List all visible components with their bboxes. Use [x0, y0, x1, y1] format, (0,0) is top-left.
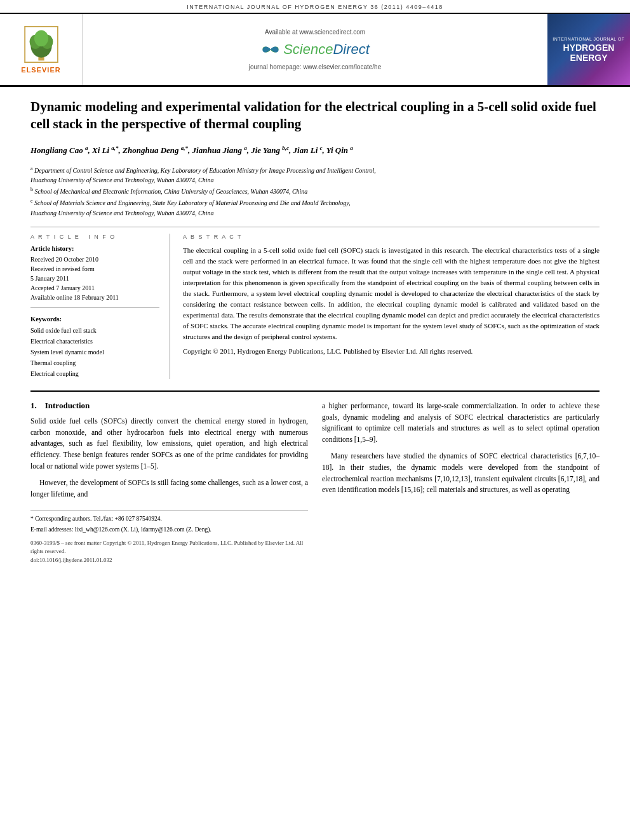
info-divider [30, 307, 159, 308]
footnote-issn: 0360-3199/$ – see front matter Copyright… [30, 539, 308, 556]
accepted-date: Accepted 7 January 2011 [30, 283, 159, 293]
intro-para-2: However, the development of SOFCs is sti… [30, 477, 308, 500]
article-history-label: Article history: [30, 245, 159, 252]
keywords-label: Keywords: [30, 316, 159, 323]
sciencedirect-icon [260, 39, 281, 60]
footnotes: * Corresponding authors. Tel./fax: +86 0… [30, 510, 308, 534]
keyword-2: Electrical characteristics [30, 336, 159, 347]
intro-title-text: Introduction [45, 401, 90, 410]
abstract-col: A B S T R A C T The electrical coupling … [183, 234, 600, 379]
abstract-header: A B S T R A C T [183, 234, 600, 240]
right-banner-logo: International Journal of HYDROGEN ENERGY [547, 14, 630, 85]
keyword-1: Solid oxide fuel cell stack [30, 325, 159, 336]
revised-date: 5 January 2011 [30, 274, 159, 283]
divider-1 [30, 227, 600, 227]
affiliation-b: b School of Mechanical and Electronic In… [30, 186, 600, 196]
intro-right-para-1: a higher performance, toward its large-s… [322, 401, 600, 446]
sciencedirect-text: ScienceDirect [283, 41, 370, 58]
abstract-copyright: Copyright © 2011, Hydrogen Energy Public… [183, 346, 600, 357]
article-info-header: A R T I C L E I N F O [30, 234, 159, 240]
paper-title: Dynamic modeling and experimental valida… [30, 98, 600, 133]
elsevier-tree-icon [22, 25, 60, 63]
right-banner-top-text: International Journal of [553, 36, 625, 42]
authors: Hongliang Cao a, Xi Li a,*, Zhonghua Den… [30, 143, 600, 157]
keyword-5: Electrical coupling [30, 368, 159, 379]
top-banner: ELSEVIER Available at www.sciencedirect.… [0, 14, 630, 87]
journal-homepage: journal homepage: www.elsevier.com/locat… [249, 63, 381, 70]
footnote-email: E-mail addresses: lixi_wh@126.com (X. Li… [30, 525, 308, 534]
revised-label: Received in revised form [30, 264, 159, 274]
svg-point-4 [34, 30, 48, 46]
main-body: 1. Introduction Solid oxide fuel cells (… [30, 390, 600, 565]
body-left-col: 1. Introduction Solid oxide fuel cells (… [30, 401, 308, 565]
received-date: Received 20 October 2010 [30, 255, 159, 264]
abstract-text: The electrical coupling in a 5-cell soli… [183, 245, 600, 357]
elsevier-logo: ELSEVIER [0, 14, 83, 85]
article-meta-section: A R T I C L E I N F O Article history: R… [30, 234, 600, 379]
available-online: Available online 18 February 2011 [30, 293, 159, 302]
footnote-corresponding: * Corresponding authors. Tel./fax: +86 0… [30, 514, 308, 523]
journal-header-text: International Journal of Hydrogen Energy… [187, 4, 443, 10]
article-info-col: A R T I C L E I N F O Article history: R… [30, 234, 170, 379]
intro-body-left: Solid oxide fuel cells (SOFCs) directly … [30, 416, 308, 500]
right-banner-title: HYDROGEN ENERGY [553, 43, 625, 63]
intro-title: 1. Introduction [30, 401, 308, 411]
intro-right-para-2: Many researchers have studied the dynami… [322, 451, 600, 496]
keyword-4: Thermal coupling [30, 357, 159, 368]
elsevier-label: ELSEVIER [21, 66, 60, 74]
center-banner: Available at www.sciencedirect.com Scien… [83, 14, 547, 85]
paper-content: Dynamic modeling and experimental valida… [0, 87, 630, 577]
body-columns: 1. Introduction Solid oxide fuel cells (… [30, 401, 600, 565]
affiliation-a: a Department of Control Science and Engi… [30, 165, 600, 185]
intro-body-right: a higher performance, toward its large-s… [322, 401, 600, 497]
available-text: Available at www.sciencedirect.com [265, 29, 365, 36]
body-right-col: a higher performance, toward its large-s… [322, 401, 600, 565]
intro-number: 1. [30, 401, 37, 410]
copyright-bar: 0360-3199/$ – see front matter Copyright… [30, 539, 308, 565]
intro-para-1: Solid oxide fuel cells (SOFCs) directly … [30, 416, 308, 472]
affiliations: a Department of Control Science and Engi… [30, 165, 600, 218]
affiliation-c: c School of Materials Science and Engine… [30, 197, 600, 217]
sciencedirect-logo: ScienceDirect [260, 39, 370, 60]
keyword-3: System level dynamic model [30, 347, 159, 357]
journal-header: International Journal of Hydrogen Energy… [0, 0, 630, 14]
footnote-doi: doi:10.1016/j.ijhydene.2011.01.032 [30, 556, 308, 565]
